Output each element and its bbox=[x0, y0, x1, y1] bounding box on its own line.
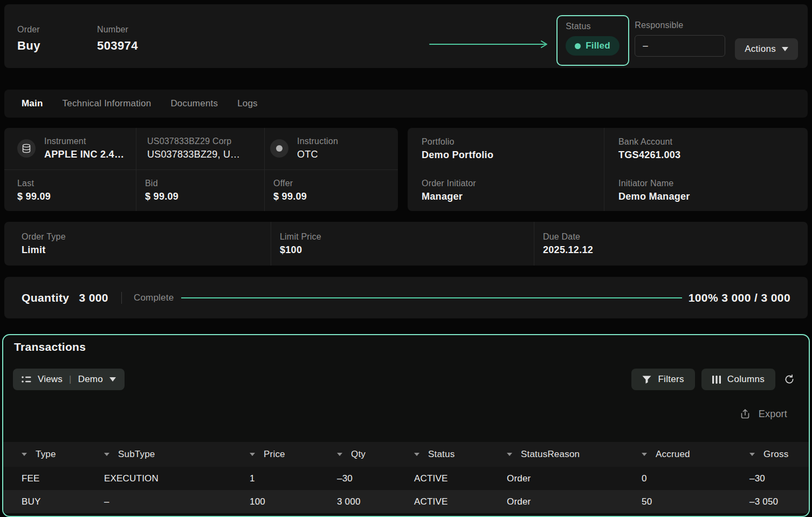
instrument-label: Instrument bbox=[44, 137, 124, 146]
order-side-value: Buy bbox=[17, 39, 97, 53]
tab-technical-information[interactable]: Technical Information bbox=[63, 98, 152, 109]
table-cell: ACTIVE bbox=[414, 473, 507, 484]
column-caret-icon bbox=[642, 453, 647, 456]
offer-price-label: Offer bbox=[273, 179, 307, 188]
instrument-card-bottom-row: Last $ 99.09 Bid $ 99.09 Offer $ 99.09 bbox=[4, 170, 398, 212]
offer-price-cell: Offer $ 99.09 bbox=[264, 170, 398, 212]
instruction-icon bbox=[270, 139, 288, 158]
table-cell: 50 bbox=[642, 496, 749, 507]
table-row-fee[interactable]: FEE EXECUTION 1 –30 ACTIVE Order 0 –30 bbox=[3, 467, 809, 490]
isin-cell: US037833BZ29 Corp US037833BZ29, U… bbox=[136, 128, 264, 169]
tab-documents[interactable]: Documents bbox=[170, 98, 218, 109]
columns-icon bbox=[712, 376, 721, 384]
tab-logs[interactable]: Logs bbox=[237, 98, 258, 109]
status-highlight-frame: Status Filled bbox=[556, 15, 629, 66]
order-initiator-cell: Order Initiator Manager bbox=[408, 169, 604, 211]
order-type-label: Order Type bbox=[22, 232, 271, 242]
refresh-button[interactable] bbox=[779, 369, 800, 390]
table-header-statusreason[interactable]: StatusReason bbox=[507, 449, 642, 460]
quantity-value: 3 000 bbox=[79, 291, 108, 304]
last-price-cell: Last $ 99.09 bbox=[4, 170, 136, 212]
table-cell: 0 bbox=[642, 473, 749, 484]
transactions-toolbar: Views | Demo Filters Columns bbox=[13, 369, 800, 390]
instruction-dot-icon bbox=[276, 145, 283, 152]
tab-main[interactable]: Main bbox=[22, 98, 43, 109]
limit-price-cell: Limit Price $100 bbox=[271, 222, 534, 266]
initiator-name-value: Demo Manager bbox=[618, 191, 808, 202]
filter-icon bbox=[642, 376, 651, 384]
table-cell: –30 bbox=[337, 473, 414, 484]
due-date-label: Due Date bbox=[543, 232, 808, 242]
responsible-input[interactable]: – bbox=[635, 35, 725, 57]
instrument-field: Instrument APPLE INC 2.4… bbox=[44, 137, 124, 160]
instruction-label: Instruction bbox=[297, 137, 338, 146]
status-dot-icon bbox=[575, 43, 581, 49]
column-caret-icon bbox=[104, 453, 109, 456]
status-badge: Filled bbox=[566, 36, 620, 56]
last-price-label: Last bbox=[17, 179, 51, 188]
instruction-value: OTC bbox=[297, 149, 338, 160]
view-selected-value: Demo bbox=[78, 374, 103, 385]
views-selector[interactable]: Views | Demo bbox=[13, 369, 125, 390]
table-row-buy[interactable]: BUY – 100 3 000 ACTIVE Order 50 –3 050 bbox=[3, 490, 809, 513]
portfolio-cell: Portfolio Demo Portfolio bbox=[408, 128, 604, 169]
filters-button-label: Filters bbox=[658, 374, 684, 385]
column-caret-icon bbox=[414, 453, 419, 456]
bid-price-cell: Bid $ 99.09 bbox=[136, 170, 264, 212]
responsible-field: Responsible – bbox=[635, 21, 725, 57]
table-cell: FEE bbox=[22, 473, 104, 484]
table-cell: ACTIVE bbox=[414, 496, 507, 507]
bank-account-label: Bank Account bbox=[618, 137, 808, 147]
filters-button[interactable]: Filters bbox=[631, 369, 694, 390]
order-side-label: Order bbox=[17, 25, 97, 35]
last-price-value: $ 99.09 bbox=[17, 191, 51, 202]
order-number-label: Number bbox=[97, 25, 138, 35]
order-side-field: Order Buy bbox=[17, 25, 97, 53]
chevron-down-icon bbox=[782, 47, 788, 51]
table-header-subtype[interactable]: SubType bbox=[104, 449, 250, 460]
isin-label: US037833BZ29 Corp bbox=[147, 137, 240, 146]
isin-field: US037833BZ29 Corp US037833BZ29, U… bbox=[147, 137, 240, 160]
actions-button[interactable]: Actions bbox=[735, 38, 798, 60]
instrument-cell: Instrument APPLE INC 2.4… bbox=[4, 128, 136, 169]
export-icon[interactable] bbox=[739, 408, 751, 420]
columns-button[interactable]: Columns bbox=[701, 369, 775, 390]
instruction-cell: Instruction OTC bbox=[264, 128, 398, 169]
table-cell: – bbox=[104, 496, 250, 507]
instruction-field: Instruction OTC bbox=[297, 137, 338, 160]
initiator-name-label: Initiator Name bbox=[618, 179, 808, 188]
responsible-value: – bbox=[643, 40, 648, 51]
bank-account-cell: Bank Account TGS4261.003 bbox=[604, 128, 808, 169]
table-header-status[interactable]: Status bbox=[414, 449, 507, 460]
table-cell: Order bbox=[507, 496, 642, 507]
export-label[interactable]: Export bbox=[759, 409, 787, 420]
views-label: Views bbox=[38, 374, 63, 385]
bid-price-value: $ 99.09 bbox=[145, 191, 178, 202]
portfolio-label: Portfolio bbox=[422, 137, 604, 147]
column-caret-icon bbox=[250, 453, 255, 456]
quantity-divider bbox=[121, 292, 122, 304]
annotation-arrow-icon bbox=[429, 40, 550, 49]
order-number-value: 503974 bbox=[97, 39, 138, 53]
status-label: Status bbox=[566, 22, 628, 31]
table-header-accrued[interactable]: Accrued bbox=[642, 449, 749, 460]
offer-price-value: $ 99.09 bbox=[273, 191, 307, 202]
table-cell: BUY bbox=[22, 496, 104, 507]
portfolio-value: Demo Portfolio bbox=[422, 149, 604, 161]
transactions-title: Transactions bbox=[14, 341, 809, 353]
instrument-card-top-row: Instrument APPLE INC 2.4… US037833BZ29 C… bbox=[4, 128, 398, 170]
table-header-type[interactable]: Type bbox=[22, 449, 104, 460]
tab-bar: Main Technical Information Documents Log… bbox=[4, 90, 808, 118]
due-date-value: 2025.12.12 bbox=[543, 244, 808, 256]
table-cell: –3 050 bbox=[749, 496, 809, 507]
table-header-qty[interactable]: Qty bbox=[337, 449, 414, 460]
column-caret-icon bbox=[337, 453, 342, 456]
order-initiator-label: Order Initiator bbox=[422, 179, 604, 188]
table-cell: EXECUTION bbox=[104, 473, 250, 484]
table-header-price[interactable]: Price bbox=[250, 449, 337, 460]
order-page: Order Buy Number 503974 Status Filled Re… bbox=[0, 4, 812, 517]
table-header-gross[interactable]: Gross bbox=[749, 449, 809, 460]
instrument-value: APPLE INC 2.4… bbox=[44, 149, 124, 160]
info-cards-row: Instrument APPLE INC 2.4… US037833BZ29 C… bbox=[4, 128, 808, 211]
status-value: Filled bbox=[586, 40, 610, 51]
